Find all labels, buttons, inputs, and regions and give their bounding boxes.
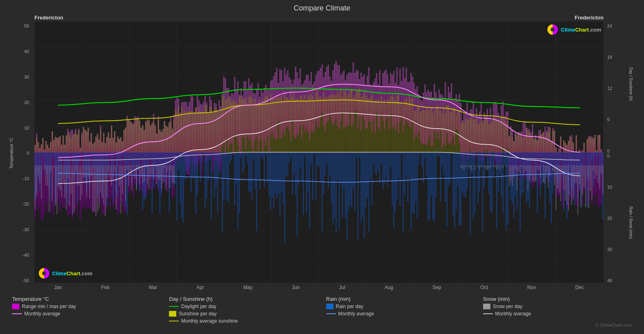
main-chart-canvas — [34, 21, 604, 283]
temp-range-swatch — [12, 304, 19, 309]
month-feb: Feb — [101, 285, 110, 290]
month-nov: Nov — [527, 285, 536, 290]
legend-sunshine: Day / Sunshine (h) Daylight per day Suns… — [169, 296, 318, 328]
y-tick: 40 — [24, 49, 29, 54]
right-tick: 0 — [605, 149, 626, 153]
rain-avg-line — [326, 313, 336, 314]
legend-rain-avg: Monthly average — [326, 311, 475, 317]
legend-rain-bar-label: Rain per day — [336, 304, 363, 309]
bottom-left-logo: ClimeChart.com — [38, 268, 93, 279]
month-jan: Jan — [54, 285, 62, 290]
legend-daylight-label: Daylight per day — [181, 304, 216, 309]
right-tick: 24 — [605, 23, 626, 28]
y-tick: 30 — [24, 74, 29, 79]
legend-sunshine-avg-label: Monthly average sunshine — [181, 318, 238, 324]
legend-snow-title: Snow (mm) — [483, 296, 632, 302]
right-tick: 10 — [605, 185, 626, 189]
legend-temp-range: Range min / max per day — [12, 304, 161, 309]
y-tick: 20 — [24, 100, 29, 105]
right-tick: 18 — [605, 55, 626, 60]
month-oct: Oct — [480, 285, 488, 290]
watermark-text: © ClimeChart.com — [595, 323, 632, 328]
svg-point-1 — [42, 271, 46, 275]
bottom-left-logo-text: ClimeChart.com — [52, 270, 93, 277]
month-sep: Sep — [433, 285, 441, 290]
y-tick: -10 — [23, 176, 29, 181]
right-top-ticks: 24 18 12 6 0 — [604, 15, 626, 153]
legend-sunshine-avg: Monthly average sunshine — [169, 318, 318, 324]
page-title: Compare Climate — [8, 4, 636, 13]
sunshine-swatch — [169, 311, 176, 317]
legend-area: Temperature °C Range min / max per day M… — [8, 292, 636, 330]
right-location-label: Fredericton — [574, 15, 604, 21]
month-aug: Aug — [384, 285, 393, 290]
legend-snow-bar-label: Snow per day — [493, 304, 522, 309]
right-tick: 40 — [605, 278, 626, 283]
y-axis-left-ticks: 50 40 30 20 10 0 -10 -20 -30 -40 -50 — [15, 15, 31, 292]
right-bottom-axis-label: Rain / Snow (mm) — [629, 206, 633, 239]
month-mar: Mar — [149, 285, 157, 290]
y-axis-left-label: Temperature °C — [8, 15, 15, 292]
legend-temp-title: Temperature °C — [12, 296, 161, 302]
svg-point-3 — [551, 28, 555, 32]
legend-temp-avg-label: Monthly average — [24, 311, 60, 317]
month-jun: Jun — [292, 285, 300, 290]
sunshine-avg-line — [169, 321, 179, 321]
legend-sunshine-bar: Sunshine per day — [169, 311, 318, 317]
daylight-line — [169, 306, 179, 307]
right-labels-col: Day / Sunshine (h) Rain / Snow (mm) — [626, 15, 636, 292]
legend-daylight: Daylight per day — [169, 304, 318, 309]
month-jul: Jul — [339, 285, 345, 290]
top-right-logo-text: ClimeChart.com — [561, 27, 601, 33]
legend-snow: Snow (mm) Snow per day Monthly average ©… — [483, 296, 632, 328]
right-tick: 6 — [605, 117, 626, 122]
y-tick: -30 — [23, 227, 29, 232]
temp-avg-line — [12, 313, 22, 314]
month-may: May — [243, 285, 253, 290]
right-ticks-col: 24 18 12 6 0 0 10 20 30 40 — [604, 15, 626, 292]
legend-rain: Rain (mm) Rain per day Monthly average — [326, 296, 475, 328]
snow-avg-line — [483, 313, 493, 314]
month-apr: Apr — [196, 285, 204, 290]
right-label-rain-wrapper: Rain / Snow (mm) — [626, 153, 636, 292]
y-tick: -50 — [23, 278, 29, 283]
legend-temp: Temperature °C Range min / max per day M… — [12, 296, 161, 328]
right-tick: 12 — [605, 86, 626, 91]
legend-temp-avg: Monthly average — [12, 311, 161, 317]
legend-sunshine-title: Day / Sunshine (h) — [169, 296, 318, 302]
legend-rain-bar: Rain per day — [326, 304, 475, 309]
legend-sunshine-bar-label: Sunshine per day — [179, 311, 216, 317]
x-axis-months: Jan Feb Mar Apr May Jun Jul Aug Sep Oct … — [34, 283, 604, 292]
y-tick: 0 — [27, 151, 29, 155]
legend-rain-avg-label: Monthly average — [338, 311, 374, 317]
y-tick: -40 — [23, 253, 29, 257]
chart-canvas: ClimeChart.com ClimeChart.com — [34, 21, 604, 283]
chart-middle: Fredericton ClimeChart.com Fredericton — [34, 15, 604, 292]
chart-top-labels: Fredericton ClimeChart.com Fredericton — [34, 15, 604, 21]
chart-area: Temperature °C 50 40 30 20 10 0 -10 -20 … — [8, 15, 636, 292]
legend-rain-title: Rain (mm) — [326, 296, 475, 302]
y-tick: 50 — [24, 23, 29, 28]
right-top-axis-label: Day / Sunshine (h) — [629, 67, 633, 101]
watermark-area: © ClimeChart.com — [483, 318, 632, 328]
top-right-logo-overlay: ClimeChart.com — [547, 24, 601, 35]
rain-swatch — [326, 304, 334, 309]
legend-snow-avg: Monthly average — [483, 311, 632, 317]
right-tick: 20 — [605, 216, 626, 221]
right-bottom-ticks: 0 10 20 30 40 — [604, 153, 626, 292]
right-label-sunshine-wrapper: Day / Sunshine (h) — [626, 15, 636, 153]
page-container: Compare Climate Temperature °C 50 40 30 … — [0, 0, 644, 334]
month-dec: Dec — [575, 285, 584, 290]
y-tick: 10 — [24, 126, 29, 130]
right-tick: 0 — [605, 153, 626, 158]
legend-snow-avg-label: Monthly average — [495, 311, 531, 317]
right-tick: 30 — [605, 247, 626, 252]
logo-icon — [38, 268, 50, 279]
snow-swatch — [483, 304, 490, 309]
y-tick: -20 — [23, 202, 29, 206]
legend-snow-bar: Snow per day — [483, 304, 632, 309]
right-axis-container: 24 18 12 6 0 0 10 20 30 40 Day / Sunshin… — [604, 15, 636, 292]
logo-icon-tr — [547, 24, 558, 35]
left-location-label: Fredericton — [34, 15, 63, 21]
legend-temp-range-label: Range min / max per day — [22, 304, 76, 309]
